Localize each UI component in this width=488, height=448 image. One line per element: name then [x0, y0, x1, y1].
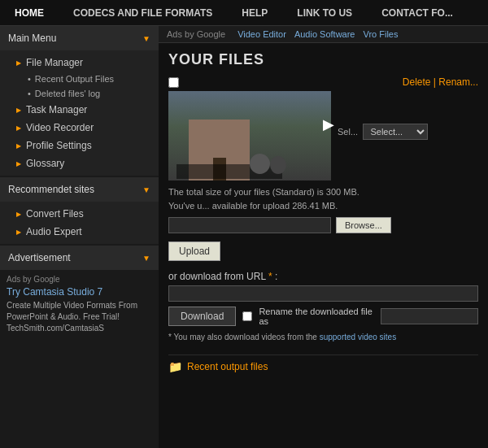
main-menu-header[interactable]: Main Menu ▼ [0, 26, 159, 50]
upload-button[interactable]: Upload [168, 241, 220, 261]
ads-description: Create Multiple Video Formats From Power… [7, 300, 152, 323]
recommended-menu-items: Convert Files Audio Expert [0, 202, 159, 244]
rename-link[interactable]: Renam... [438, 76, 478, 88]
sidebar-item-task-manager[interactable]: Task Manager [0, 101, 159, 119]
file-thumbnail [168, 91, 331, 181]
thumb-person1 [250, 154, 270, 174]
thumb-person2 [270, 156, 286, 174]
main-menu-arrow-icon: ▼ [142, 34, 150, 43]
format-select[interactable]: Select... [363, 124, 428, 140]
advertisement-content: Ads by Google Try Camtasia Studio 7 Crea… [0, 270, 159, 339]
advertisement-label: Advertisement [8, 252, 71, 263]
supported-video-sites-link[interactable]: supported video sites [320, 333, 397, 341]
select-label: Sel... [338, 127, 358, 137]
main-menu-label: Main Menu [8, 33, 56, 44]
sidebar-item-glossary[interactable]: Glossary [0, 154, 159, 172]
or-download-label: or download from URL * : [168, 271, 478, 282]
page-layout: Main Menu ▼ File Manager Recent Output F… [0, 26, 488, 448]
file-checkbox-area [168, 77, 179, 88]
recent-files-row: 📁 Recent output files [168, 354, 478, 378]
folder-icon: 📁 [168, 360, 182, 373]
nav-home[interactable]: HOME [0, 0, 59, 25]
sidebar-item-audio-expert[interactable]: Audio Expert [0, 223, 159, 241]
advertisement-arrow-icon: ▼ [142, 254, 150, 263]
page-title: YOUR FILES [168, 51, 478, 68]
required-marker: * [268, 271, 272, 282]
rename-checkbox[interactable] [242, 311, 252, 321]
ads-by-google-label: Ads by Google [7, 275, 152, 284]
file-info: The total size of your files (Standard) … [168, 185, 478, 212]
content-area: YOUR FILES Delete | Renam... [159, 43, 488, 386]
top-navigation: HOME CODECS AND FILE FORMATS HELP LINK T… [0, 0, 488, 26]
select-area: Sel... Select... [338, 124, 428, 140]
ads-camtasia-link[interactable]: Try Camtasia Studio 7 [7, 286, 152, 298]
recent-output-link[interactable]: Recent output files [187, 361, 268, 372]
sidebar-item-profile-settings[interactable]: Profile Settings [0, 137, 159, 154]
nav-codecs[interactable]: CODECS AND FILE FORMATS [59, 0, 227, 25]
browse-row: Browse... [168, 217, 478, 233]
rename-input[interactable] [381, 308, 478, 324]
ads-bar-label: Ads by Google [167, 29, 225, 39]
sidebar-item-convert-files[interactable]: Convert Files [0, 205, 159, 223]
ads-bar-link-vro-files[interactable]: Vro Files [364, 29, 399, 39]
cursor-icon: ▶ [323, 115, 339, 132]
sidebar-section-main-menu: Main Menu ▼ File Manager Recent Output F… [0, 26, 159, 176]
sidebar-subitem-recent-output[interactable]: Recent Output Files [0, 72, 159, 86]
sidebar-section-advertisement: Advertisement ▼ Ads by Google Try Camtas… [0, 246, 159, 339]
sidebar-subitem-deleted-log[interactable]: Deleted files' log [0, 86, 159, 101]
nav-link-to-us[interactable]: LINK TO US [282, 0, 367, 25]
download-button[interactable]: Download [168, 307, 236, 326]
main-menu-items: File Manager Recent Output Files Deleted… [0, 50, 159, 176]
note-text: * You may also download videos from the … [168, 333, 478, 341]
nav-help[interactable]: HELP [227, 0, 282, 25]
main-content: Ads by Google Video Editor Audio Softwar… [159, 26, 488, 448]
nav-contact[interactable]: CONTACT FO... [367, 0, 468, 25]
ads-url: TechSmith.com/CamtasiaS [7, 323, 152, 334]
sidebar-section-recommended: Recommendet sites ▼ Convert Files Audio … [0, 177, 159, 244]
recommended-label: Recommendet sites [8, 184, 94, 195]
sidebar-item-video-recorder[interactable]: Video Recorder [0, 119, 159, 137]
rename-label: Rename the downloaded file as [259, 307, 374, 326]
advertisement-header[interactable]: Advertisement ▼ [0, 246, 159, 270]
ads-bar-link-audio-software[interactable]: Audio Software [294, 29, 355, 39]
browse-button[interactable]: Browse... [336, 217, 391, 233]
thumbnail-image [168, 91, 331, 181]
sidebar-item-file-manager[interactable]: File Manager [0, 54, 159, 72]
file-header: Delete | Renam... [168, 76, 478, 88]
file-actions: Delete | Renam... [403, 76, 478, 88]
ads-bar-link-video-editor[interactable]: Video Editor [237, 29, 286, 39]
ads-bar: Ads by Google Video Editor Audio Softwar… [159, 26, 488, 43]
sidebar: Main Menu ▼ File Manager Recent Output F… [0, 26, 159, 448]
url-input[interactable] [168, 285, 478, 302]
recommended-header[interactable]: Recommendet sites ▼ [0, 177, 159, 202]
file-thumbnail-row: Sel... Select... ▶ [168, 91, 478, 181]
delete-link[interactable]: Delete [403, 76, 431, 88]
download-row: Download Rename the downloaded file as [168, 307, 478, 326]
recommended-arrow-icon: ▼ [142, 185, 150, 194]
file-select-checkbox[interactable] [168, 77, 179, 88]
browse-input[interactable] [168, 217, 331, 233]
